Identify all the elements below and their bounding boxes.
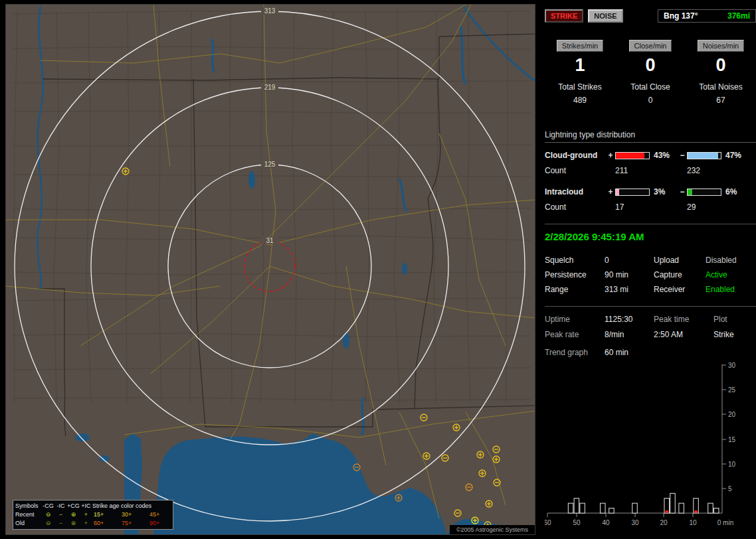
trend-graph: 30 25 20 15 10 5 60 50 40 30 20 10 0 min xyxy=(545,360,756,539)
y-tick-15: 15 xyxy=(728,436,736,443)
divider xyxy=(545,306,756,307)
cg-plus-bar xyxy=(615,152,650,159)
trend-bar xyxy=(609,508,614,513)
cg-plus-count: 211 xyxy=(615,166,687,175)
ring-distance-label: 219 xyxy=(264,84,276,91)
strikes-counter: Strikes/min 1 Total Strikes 489 xyxy=(545,40,615,105)
x-tick-20: 20 xyxy=(660,519,668,526)
cg-minus-percent: 47% xyxy=(723,151,749,160)
trend-bar xyxy=(632,503,638,513)
peak-rate-value: 8/min xyxy=(605,330,654,339)
minus-sign: − xyxy=(678,151,687,160)
legend-age-15: 15+ xyxy=(92,510,120,519)
legend-age-90: 90+ xyxy=(148,519,176,528)
cloud-ground-label: Cloud-ground xyxy=(545,151,606,160)
peak-time-label: Peak time xyxy=(654,315,713,324)
x-tick-50: 50 xyxy=(573,519,581,526)
trend-bar xyxy=(580,503,585,513)
trend-bar xyxy=(713,508,719,513)
y-tick-30: 30 xyxy=(728,362,736,369)
strikes-per-min-value: 1 xyxy=(575,55,585,75)
uptime-label: Uptime xyxy=(545,315,605,324)
bearing-value: Bng 137° xyxy=(664,11,698,21)
ic-minus-bar xyxy=(687,189,721,196)
legend-row-old-label: Old xyxy=(15,519,42,528)
circle-minus-icon: ⊖ xyxy=(42,519,54,528)
squelch-label: Squelch xyxy=(545,256,605,265)
x-tick-0: 0 min xyxy=(717,519,733,526)
legend-row-recent-label: Recent xyxy=(15,510,42,519)
trend-bar xyxy=(574,499,579,513)
app-window: 31321912531 Symbols -CG -IC +CG +IC Stri… xyxy=(0,0,756,539)
plot-value: Strike xyxy=(713,330,756,339)
bearing-display: Bng 137° 376mi xyxy=(658,9,756,23)
total-strikes-value: 489 xyxy=(573,96,587,105)
ring-distance-label: 31 xyxy=(266,237,274,244)
side-panel: STRIKE NOISE Bng 137° 376mi Strikes/min … xyxy=(543,0,756,539)
legend-col-pos-cg: +CG xyxy=(67,502,80,510)
cg-minus-count: 232 xyxy=(687,166,756,175)
legend-age-60: 60+ xyxy=(92,519,120,528)
circle-plus-icon: ⊕ xyxy=(67,519,80,528)
rate-counters: Strikes/min 1 Total Strikes 489 Close/mi… xyxy=(545,40,756,105)
trend-bar xyxy=(601,503,606,513)
intracloud-label: Intracloud xyxy=(545,187,606,196)
cloud-ground-row: Cloud-ground + 43% − 47% xyxy=(545,151,756,160)
legend-col-neg-cg: -CG xyxy=(42,502,54,510)
cg-count-label: Count xyxy=(545,166,615,175)
legend-col-pos-ic: +IC xyxy=(80,502,92,510)
trend-graph-label: Trend graph xyxy=(545,348,605,357)
upload-status: Disabled xyxy=(706,256,756,265)
close-per-min-value: 0 xyxy=(645,55,655,75)
ring-distance-label: 313 xyxy=(264,7,276,15)
plus-icon: + xyxy=(80,519,92,528)
noises-counter: Noises/min 0 Total Noises 67 xyxy=(686,40,756,105)
ic-plus-bar xyxy=(615,189,650,196)
noise-mode-button[interactable]: NOISE xyxy=(588,9,622,23)
legend-age-30: 30+ xyxy=(120,510,148,519)
capture-label: Capture xyxy=(654,270,706,279)
upload-label: Upload xyxy=(654,256,706,265)
bearing-range-value: 376mi xyxy=(727,11,750,21)
map-legend: Symbols -CG -IC +CG +IC Strike age color… xyxy=(13,500,173,530)
total-close-value: 0 xyxy=(648,96,653,105)
total-strikes-label: Total Strikes xyxy=(558,82,601,92)
minus-sign: − xyxy=(678,187,687,196)
trend-header: Trend graph 60 min xyxy=(545,348,756,357)
settings-grid: Squelch 0 Upload Disabled Persistence 90… xyxy=(545,256,756,294)
ic-plus-percent: 3% xyxy=(651,187,678,196)
range-value: 313 mi xyxy=(605,285,654,294)
legend-age-45: 45+ xyxy=(148,510,176,519)
circle-plus-icon: ⊕ xyxy=(67,510,80,519)
trend-bar xyxy=(708,503,713,513)
receiver-label: Receiver xyxy=(654,285,706,294)
noises-per-min-value: 0 xyxy=(715,55,725,75)
plus-sign: + xyxy=(606,151,615,160)
ic-minus-count: 29 xyxy=(687,202,756,212)
trend-window-value: 60 min xyxy=(605,348,756,357)
strikes-per-min-button[interactable]: Strikes/min xyxy=(557,40,603,52)
trend-bar xyxy=(679,503,684,513)
trend-bars xyxy=(568,493,719,513)
x-tick-30: 30 xyxy=(631,519,639,526)
radar-map-display[interactable]: 31321912531 xyxy=(6,5,535,535)
intracloud-row: Intracloud + 3% − 6% xyxy=(545,187,756,196)
legend-age-title: Strike age color codes xyxy=(92,502,176,510)
strike-mode-button[interactable]: STRIKE xyxy=(545,9,583,23)
close-per-min-button[interactable]: Close/min xyxy=(629,40,672,52)
x-tick-40: 40 xyxy=(602,519,610,526)
circle-minus-icon: ⊖ xyxy=(42,510,54,519)
legend-age-75: 75+ xyxy=(120,519,148,528)
noises-per-min-button[interactable]: Noises/min xyxy=(698,40,744,52)
plot-label: Plot xyxy=(713,315,756,324)
uptime-value: 1125:30 xyxy=(605,315,654,324)
persistence-label: Persistence xyxy=(545,270,605,279)
x-tick-10: 10 xyxy=(689,519,697,526)
ic-minus-percent: 6% xyxy=(723,187,749,196)
mode-toolbar: STRIKE NOISE Bng 137° 376mi xyxy=(545,9,756,23)
plus-sign: + xyxy=(606,187,615,196)
minus-icon: − xyxy=(54,510,67,519)
cg-plus-percent: 43% xyxy=(651,151,678,160)
divider xyxy=(545,224,756,224)
minus-icon: − xyxy=(54,519,67,528)
